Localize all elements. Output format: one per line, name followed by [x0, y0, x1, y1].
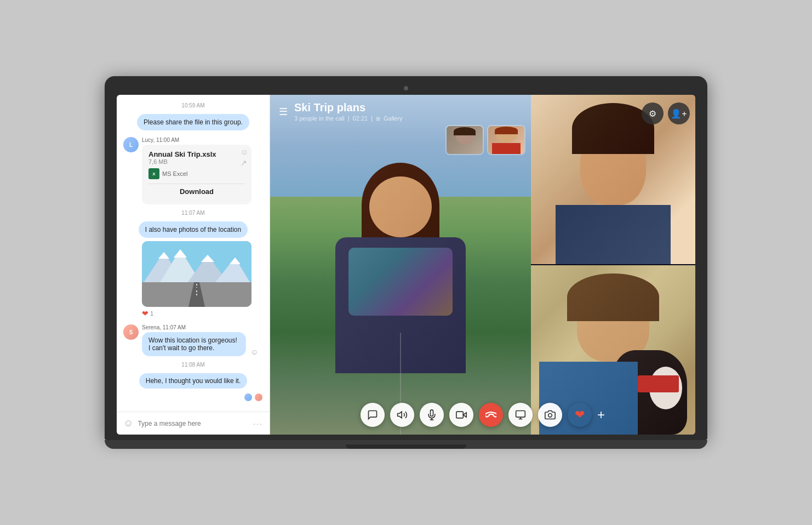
video-icon — [456, 409, 467, 420]
chat-toggle-button[interactable] — [361, 403, 385, 427]
file-size: 7,6 MB — [148, 158, 245, 165]
people-count: 3 people in the call — [294, 115, 345, 122]
thumb-2[interactable] — [487, 125, 525, 155]
top-controls: ⚙ 👤+ — [642, 102, 690, 124]
call-subtitle: 3 people in the call | 02:21 | ⊞ Gallery — [294, 115, 403, 122]
laptop-screen: 10:59 AM Please share the file in this g… — [117, 95, 695, 435]
serena-bubble: Wow this location is gorgeous! I can't w… — [142, 332, 246, 356]
more-options-icon[interactable]: ··· — [253, 419, 263, 428]
screen-share-button[interactable] — [508, 403, 533, 427]
thumb-1[interactable] — [445, 125, 484, 155]
file-type-row: X MS Excel — [148, 168, 245, 179]
serena-message-wrapper: Wow this location is gorgeous! I can't w… — [142, 332, 258, 356]
file-name: Annual Ski Trip.xslx — [148, 150, 245, 158]
read-receipt-1 — [244, 393, 253, 402]
excel-icon: X — [148, 168, 159, 179]
emoji-picker-icon[interactable]: ☺ — [123, 418, 133, 429]
thumb1-hair — [454, 127, 476, 135]
serena-content: Serena, 11:07 AM Wow this location is go… — [142, 324, 258, 356]
call-separator-1: | — [348, 115, 350, 122]
volume-icon — [397, 409, 408, 420]
call-title: Ski Trip plans — [294, 101, 403, 114]
call-duration: 02:21 — [353, 115, 368, 122]
sender-lucy: Lucy, 11:00 AM — [142, 137, 251, 143]
avatar-serena: S — [123, 324, 139, 340]
laptop-lid: 10:59 AM Please share the file in this g… — [105, 76, 707, 440]
laptop-shell: 10:59 AM Please share the file in this g… — [105, 76, 707, 449]
chat-icon — [367, 409, 378, 420]
settings-button[interactable]: ⚙ — [642, 102, 664, 124]
mic-icon — [426, 409, 437, 420]
end-call-button[interactable] — [479, 403, 503, 427]
message-bubble-share: Please share the file in this group. — [137, 114, 249, 130]
avatar-lucy: L — [123, 137, 139, 152]
face-shape — [369, 176, 432, 238]
participant-thumbnails — [445, 125, 525, 155]
chat-panel: 10:59 AM Please share the file in this g… — [117, 95, 270, 435]
timestamp-1108: 11:08 AM — [123, 362, 263, 368]
svg-rect-18 — [516, 411, 525, 418]
message-input[interactable] — [138, 420, 249, 427]
volume-button[interactable] — [390, 403, 414, 427]
read-receipt-2 — [254, 393, 263, 402]
forward-icon[interactable]: ↗ — [241, 159, 248, 167]
heart-button[interactable]: ❤ — [568, 403, 592, 427]
gallery-view-icon: ⊞ — [376, 116, 380, 122]
tile2-hair — [567, 273, 659, 321]
chat-messages: 10:59 AM Please share the file in this g… — [117, 95, 270, 412]
tile1-body — [556, 205, 671, 264]
file-type-label: MS Excel — [162, 170, 187, 177]
svg-marker-13 — [398, 412, 402, 418]
call-separator-2: | — [371, 115, 373, 122]
file-card: ☺ ↗ Annual Ski Trip.xslx 7,6 MB X MS Exc… — [142, 145, 251, 204]
video-panel: ☰ Ski Trip plans 3 people in the call | … — [270, 95, 695, 435]
scarf-shape — [348, 248, 453, 316]
camera-switch-icon — [545, 409, 556, 420]
mic-button[interactable] — [420, 403, 444, 427]
svg-rect-17 — [456, 412, 464, 418]
hamburger-icon[interactable]: ☰ — [279, 106, 288, 118]
photo-message: ❤ 1 — [142, 241, 263, 318]
add-person-button[interactable]: 👤+ — [668, 102, 690, 124]
chat-input-bar: ☺ ··· — [117, 412, 270, 435]
download-button[interactable]: Download — [148, 184, 245, 199]
svg-marker-16 — [463, 413, 466, 417]
gallery-label: Gallery — [384, 115, 403, 122]
video-button[interactable] — [449, 403, 473, 427]
screen-share-icon — [515, 409, 526, 420]
photo-preview[interactable] — [142, 241, 251, 307]
call-info: Ski Trip plans 3 people in the call | 02… — [294, 101, 403, 122]
add-more-button[interactable]: + — [597, 408, 605, 421]
msg-row-lucy: L Lucy, 11:00 AM ☺ ↗ Annual Ski Trip.xsl… — [123, 137, 263, 204]
reaction-count: 1 — [150, 310, 153, 317]
message-bubble-hehe: Hehe, I thought you would like it. — [139, 373, 247, 389]
thumb2-hair — [495, 127, 518, 134]
read-receipts — [123, 393, 263, 402]
webcam-icon — [404, 86, 408, 90]
end-call-icon — [485, 409, 496, 420]
mountain-illustration — [142, 241, 251, 307]
lucy-message-content: Lucy, 11:00 AM ☺ ↗ Annual Ski Trip.xslx … — [142, 137, 251, 204]
thumb2-clothes — [492, 143, 521, 154]
call-controls-bar: ❤ + — [270, 403, 695, 427]
message-bubble-photos: I also have photos of the location — [139, 221, 248, 238]
timestamp-1059: 10:59 AM — [123, 102, 263, 109]
emoji-react-icon[interactable]: ☺ — [241, 148, 248, 156]
sender-serena: Serena, 11:07 AM — [142, 324, 258, 330]
camera-switch-button[interactable] — [538, 403, 562, 427]
msg-row-serena: S Serena, 11:07 AM Wow this location is … — [123, 324, 263, 356]
file-card-actions: ☺ ↗ — [241, 148, 248, 167]
laptop-base — [105, 440, 707, 449]
svg-point-21 — [548, 414, 552, 418]
heart-reaction[interactable]: ❤ — [142, 309, 148, 318]
video-header: ☰ Ski Trip plans 3 people in the call | … — [270, 95, 695, 128]
timestamp-1107: 11:07 AM — [123, 210, 263, 216]
lucy-message-row: L Lucy, 11:00 AM ☺ ↗ Annual Ski Trip.xsl… — [123, 137, 263, 204]
emoji-react-serena[interactable]: ☺ — [250, 347, 258, 356]
video-grid — [531, 95, 695, 435]
dog-bandana — [638, 375, 679, 392]
reaction-row: ❤ 1 — [142, 309, 263, 318]
